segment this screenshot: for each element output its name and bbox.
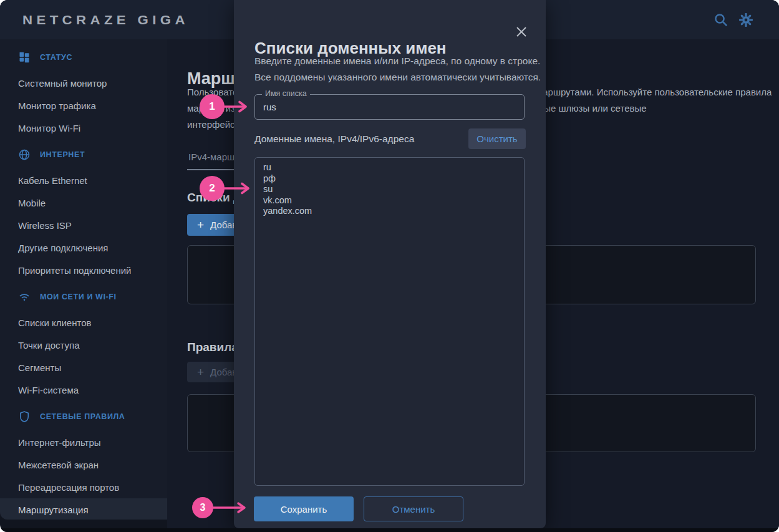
cancel-button[interactable]: Отменить — [364, 496, 463, 521]
grid-icon — [18, 51, 31, 64]
bottom-edge-strip — [0, 528, 779, 532]
sidebar-item[interactable]: Mobile — [0, 191, 167, 214]
sidebar-item[interactable]: Монитор Wi-Fi — [0, 117, 167, 139]
wifi-icon — [18, 291, 31, 303]
sidebar-section-2: МОИ СЕТИ И WI-FI — [0, 283, 167, 311]
annotation-arrow-2 — [222, 182, 253, 195]
dialog-description: Введите доменные имена и/или IP-адреса, … — [254, 53, 541, 85]
sidebar-item[interactable]: Кабель Ethernet — [0, 169, 167, 191]
sidebar-section-label: СЕТЕВЫЕ ПРАВИЛА — [40, 412, 125, 421]
annotation-marker-3: 3 — [192, 497, 213, 518]
sidebar-item[interactable]: Wi-Fi-система — [0, 379, 167, 401]
sidebar-item[interactable]: Приоритеты подключений — [0, 259, 167, 281]
app-window: NETCRAZE GIGA — [0, 0, 779, 532]
domain-lists-dialog: Списки доменных имен Введите доменные им… — [234, 0, 546, 528]
shield-icon — [18, 410, 31, 423]
screenshot-stage: NETCRAZE GIGA — [0, 0, 779, 532]
sidebar-item[interactable]: Переадресация портов — [0, 476, 167, 498]
sidebar-section-3: СЕТЕВЫЕ ПРАВИЛА — [0, 402, 167, 431]
annotation-arrow-3 — [211, 501, 249, 514]
sidebar-section-label: ИНТЕРНЕТ — [40, 150, 85, 159]
sidebar-item[interactable]: Маршрутизация — [0, 498, 167, 520]
search-icon[interactable] — [713, 12, 729, 28]
save-button[interactable]: Сохранить — [254, 496, 354, 521]
plus-icon: + — [197, 218, 204, 232]
app-logo: NETCRAZE GIGA — [22, 0, 189, 39]
list-name-field[interactable]: Имя списка — [254, 94, 525, 120]
sidebar-item[interactable]: Wireless ISP — [0, 214, 167, 236]
list-name-input[interactable] — [255, 95, 524, 119]
sidebar-section-0: СТАТУС — [0, 43, 167, 72]
sidebar-section-1: ИНТЕРНЕТ — [0, 140, 167, 169]
sidebar-section-label: МОИ СЕТИ И WI-FI — [40, 293, 117, 301]
annotation-marker-1: 1 — [200, 94, 225, 119]
sidebar: СТАТУССистемный мониторМонитор трафикаМо… — [0, 39, 167, 520]
sidebar-item[interactable]: Системный монитор — [0, 72, 167, 94]
settings-gear-icon[interactable] — [738, 12, 754, 28]
annotation-marker-2: 2 — [200, 176, 225, 201]
sidebar-section-label: СТАТУС — [40, 53, 72, 62]
annotation-arrow-1 — [222, 100, 252, 113]
sidebar-item[interactable]: Межсетевой экран — [0, 453, 167, 476]
sidebar-item[interactable]: Списки клиентов — [0, 311, 167, 334]
domains-textarea[interactable] — [254, 157, 525, 486]
sidebar-item[interactable]: Другие подключения — [0, 236, 167, 259]
domains-label: Доменные имена, IPv4/IPv6-адреса — [254, 128, 414, 149]
clear-button[interactable]: Очистить — [468, 128, 526, 149]
sidebar-item[interactable]: Сегменты — [0, 356, 167, 379]
close-icon[interactable] — [513, 24, 530, 40]
globe-icon — [18, 148, 31, 161]
sidebar-item[interactable]: Интернет-фильтры — [0, 431, 167, 453]
sidebar-item[interactable]: Точки доступа — [0, 334, 167, 356]
sidebar-item[interactable]: Монитор трафика — [0, 94, 167, 117]
plus-icon: + — [197, 365, 204, 379]
